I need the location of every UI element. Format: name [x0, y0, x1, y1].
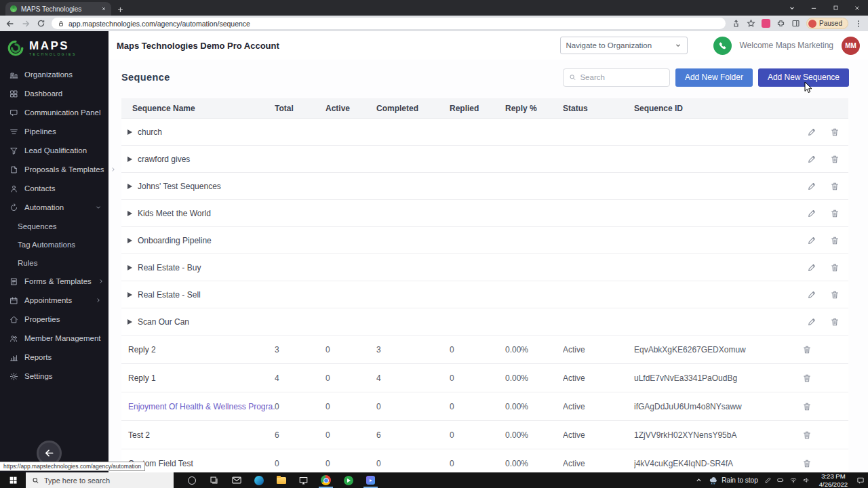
sidebar-item-lead-qualification[interactable]: Lead Qualification — [0, 141, 108, 160]
delete-sequence-icon[interactable] — [802, 430, 812, 440]
weather-widget[interactable]: Rain to stop — [709, 476, 757, 485]
edit-folder-icon[interactable] — [807, 182, 816, 191]
window-maximize-button[interactable] — [825, 0, 846, 16]
sequence-row[interactable]: Reply 2 3 0 3 0 0.00% Active EqvAbkXgKE6… — [121, 336, 848, 364]
search-box[interactable] — [563, 68, 670, 87]
sidebar-item-member-management[interactable]: Member Management — [0, 329, 108, 348]
edit-folder-icon[interactable] — [807, 290, 816, 300]
cortana-icon[interactable] — [180, 472, 203, 488]
back-icon[interactable] — [5, 19, 15, 28]
edit-folder-icon[interactable] — [807, 236, 816, 245]
sidebar-item-proposals-templates[interactable]: Proposals & Templates — [0, 160, 108, 179]
folder-row[interactable]: Onboarding Pipeline — [121, 227, 848, 254]
folder-row[interactable]: church — [121, 119, 848, 146]
edit-folder-icon[interactable] — [807, 209, 816, 218]
new-tab-button[interactable] — [117, 6, 124, 14]
screen-capture-icon[interactable] — [337, 472, 359, 488]
search-input[interactable] — [580, 73, 663, 81]
user-avatar[interactable]: MM — [842, 37, 860, 55]
phone-button[interactable] — [713, 37, 732, 55]
sequence-row[interactable]: Enjoyment Of Health & Wellness Progra...… — [121, 392, 848, 421]
delete-sequence-icon[interactable] — [802, 373, 812, 383]
taskbar-search-input[interactable] — [44, 476, 167, 485]
tab-search-icon[interactable] — [781, 0, 803, 16]
sidebar-item-contacts[interactable]: Contacts — [0, 179, 108, 198]
sequence-row[interactable]: Test 2 6 0 6 0 0.00% Active 1ZjVV9rkH02X… — [121, 421, 848, 449]
sequence-name[interactable]: Enjoyment Of Health & Wellness Progra... — [128, 402, 275, 411]
mail-icon[interactable] — [225, 472, 248, 488]
sequence-name[interactable]: Test 2 — [128, 430, 150, 440]
store-icon[interactable] — [292, 472, 315, 488]
sidebar-item-appointments[interactable]: Appointments — [0, 291, 108, 310]
folder-expand-icon[interactable] — [127, 129, 132, 135]
folder-expand-icon[interactable] — [127, 292, 132, 298]
folder-row[interactable]: Johns' Test Sequences — [121, 173, 848, 200]
delete-sequence-icon[interactable] — [802, 345, 812, 354]
brand-logo[interactable]: MAPS TECHNOLOGIES — [0, 31, 108, 65]
pen-tray-icon[interactable] — [764, 476, 772, 484]
delete-folder-icon[interactable] — [830, 236, 840, 245]
delete-folder-icon[interactable] — [830, 127, 840, 137]
edit-folder-icon[interactable] — [807, 155, 816, 164]
browser-tab[interactable]: MAPS Technologies — [5, 2, 111, 16]
sidebar-item-tag-automations[interactable]: Tag Automations — [0, 235, 108, 253]
folder-expand-icon[interactable] — [127, 238, 132, 243]
folder-expand-icon[interactable] — [127, 184, 132, 189]
folder-expand-icon[interactable] — [127, 211, 132, 216]
sequence-name[interactable]: Reply 2 — [128, 345, 156, 354]
share-icon[interactable] — [732, 19, 741, 28]
delete-sequence-icon[interactable] — [802, 402, 812, 411]
side-panel-icon[interactable] — [791, 19, 800, 28]
folder-expand-icon[interactable] — [127, 319, 132, 325]
sidebar-item-pipelines[interactable]: Pipelines — [0, 122, 108, 141]
folder-row[interactable]: Scan Our Can — [121, 308, 848, 336]
sidebar-item-properties[interactable]: Properties — [0, 310, 108, 329]
window-minimize-button[interactable] — [803, 0, 825, 16]
folder-expand-icon[interactable] — [127, 157, 132, 162]
folder-row[interactable]: Kids Meet the World — [121, 200, 848, 227]
delete-folder-icon[interactable] — [830, 263, 840, 272]
delete-folder-icon[interactable] — [830, 155, 840, 164]
start-button[interactable] — [0, 472, 26, 488]
sidebar-item-communication-panel[interactable]: Communication Panel — [0, 103, 108, 122]
edge-icon[interactable] — [248, 472, 270, 488]
add-new-folder-button[interactable]: Add New Folder — [675, 68, 753, 87]
volume-icon[interactable] — [802, 476, 810, 484]
profile-paused-badge[interactable]: Paused — [806, 18, 848, 29]
taskbar-clock[interactable]: 3:23 PM 4/26/2022 — [816, 472, 850, 488]
delete-folder-icon[interactable] — [830, 209, 840, 218]
sidebar-item-dashboard[interactable]: Dashboard — [0, 84, 108, 103]
sidebar-item-settings[interactable]: Settings — [0, 367, 108, 386]
sidebar-item-forms-templates[interactable]: Forms & Templates — [0, 272, 108, 291]
sidebar-item-rules[interactable]: Rules — [0, 253, 108, 272]
chrome-icon[interactable] — [315, 472, 337, 488]
sidebar-item-automation[interactable]: Automation — [0, 198, 108, 217]
add-new-sequence-button[interactable]: Add New Sequence — [758, 68, 849, 87]
address-bar[interactable]: app.mapstechnologies.com/agency/automati… — [52, 18, 726, 29]
bookmark-star-icon[interactable] — [747, 19, 755, 28]
refresh-icon[interactable] — [37, 19, 45, 28]
taskbar-search-box[interactable] — [26, 472, 174, 488]
edit-folder-icon[interactable] — [807, 317, 816, 327]
file-explorer-icon[interactable] — [270, 472, 292, 488]
battery-icon[interactable] — [776, 476, 785, 484]
media-player-icon[interactable] — [359, 472, 382, 488]
edit-folder-icon[interactable] — [807, 263, 816, 272]
forward-icon[interactable] — [21, 19, 31, 28]
folder-row[interactable]: crawford gives — [121, 146, 848, 173]
folder-row[interactable]: Real Estate - Sell — [121, 281, 848, 308]
delete-folder-icon[interactable] — [830, 182, 840, 191]
sequence-row[interactable]: Custom Field Test 0 0 0 0 0.00% Active j… — [121, 449, 848, 472]
sidebar-item-organizations[interactable]: Organizations — [0, 65, 108, 84]
delete-sequence-icon[interactable] — [802, 459, 812, 468]
task-view-icon[interactable] — [203, 472, 225, 488]
sequence-row[interactable]: Reply 1 4 0 4 0 0.00% Active uLfdE7vNvEa… — [121, 364, 848, 392]
sidebar-item-reports[interactable]: Reports — [0, 348, 108, 367]
sequence-name[interactable]: Reply 1 — [128, 373, 156, 383]
action-center-icon[interactable] — [856, 476, 865, 485]
delete-folder-icon[interactable] — [830, 317, 840, 327]
tab-close-icon[interactable] — [101, 6, 106, 12]
extension-icon[interactable] — [762, 19, 770, 28]
browser-menu-icon[interactable] — [854, 20, 863, 28]
edit-folder-icon[interactable] — [807, 127, 816, 137]
